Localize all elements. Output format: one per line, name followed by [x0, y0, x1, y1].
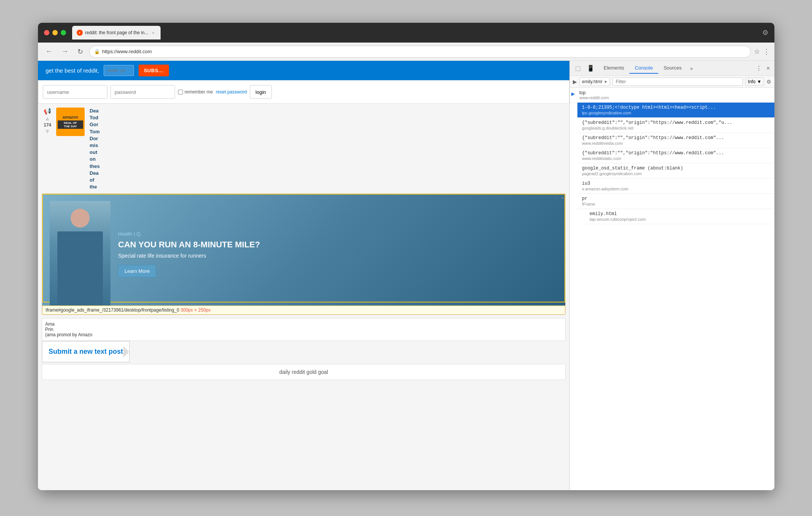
reset-password-link[interactable]: reset password	[216, 89, 247, 95]
reddit-header: get the best of reddit, SUBSCRIB...	[38, 61, 569, 80]
filter-input[interactable]	[612, 78, 743, 86]
redditmedia-origin: www.redditmedia.com	[582, 141, 770, 146]
post-title[interactable]: DeaTodGorTomDormisoutonthesDeaofthe	[90, 108, 566, 190]
ad-person-image	[50, 201, 110, 307]
devtools-icon[interactable]: ⚙	[762, 28, 768, 37]
devtools-menu-button[interactable]: ⋮	[754, 63, 763, 73]
google-osd-text: google_osd_static_frame (about:blank)	[582, 166, 770, 171]
login-button[interactable]: login	[250, 85, 271, 99]
address-bar[interactable]: 🔒 https://www.reddit.com	[89, 46, 751, 58]
ad-content: Health I.Q. CAN YOU RUN AN 8-MINUTE MILE…	[42, 194, 565, 315]
tab-close-button[interactable]: ×	[151, 30, 156, 35]
console-item-si[interactable]: {"subreddit":"","origin":"https://www.re…	[577, 118, 774, 133]
top-expand-arrow[interactable]: ▶	[571, 91, 575, 97]
vote-count: 174	[44, 122, 51, 128]
close-button[interactable]	[44, 30, 49, 35]
iframe-tooltip-text: iframe#google_ads_iframe_/32173961/deskt…	[46, 307, 179, 313]
ad-brand: Health I.Q.	[118, 231, 550, 237]
amazon-deal-thumbnail: amazon DEAL OFTHE DAY	[56, 108, 85, 136]
console-toolbar: ▶ emily.html ▼ Info ▼ ⚙	[570, 76, 774, 88]
devtools-tab-console[interactable]: Console	[629, 63, 658, 74]
bookmark-icon[interactable]: ☆	[754, 47, 760, 56]
console-content: ▶ top www.reddit.com 1-0-8;21395;<!docty…	[570, 88, 774, 490]
toolbar-icons: ⚙	[762, 28, 768, 37]
username-input[interactable]	[43, 85, 107, 99]
devtools-tab-sources[interactable]: Sources	[658, 63, 687, 74]
downvote-button[interactable]: ▼	[44, 128, 50, 135]
devtools-close-button[interactable]: ×	[765, 63, 771, 73]
devtools-actions: ⋮ ×	[754, 63, 771, 73]
amazon-promo-meta: (ama promot by Amazo	[45, 332, 562, 337]
menu-icon[interactable]: ⋮	[763, 47, 770, 56]
info-label: Info	[748, 79, 755, 84]
console-item-google-osd[interactable]: google_osd_static_frame (about:blank) pa…	[577, 163, 774, 179]
context-select[interactable]: emily.html ▼	[579, 78, 610, 86]
remember-me-checkbox[interactable]	[178, 90, 183, 95]
maximize-button[interactable]	[61, 30, 66, 35]
devtools-inspect-button[interactable]: ⬚	[573, 63, 583, 73]
google-osd-origin: pagead2.googlesyndication.com	[582, 171, 770, 176]
emily-text: emily.html	[590, 211, 770, 217]
devtools-device-button[interactable]: 📱	[585, 63, 597, 73]
vote-column: 📢 ▲ 174 ▼	[42, 108, 53, 190]
traffic-lights	[44, 30, 66, 35]
ad-badge: i	[556, 195, 557, 199]
devtools-panel: ⬚ 📱 Elements Console Sources » ⋮ × ▶ emi…	[569, 61, 774, 490]
title-bar: r reddit: the front page of the in... × …	[38, 23, 774, 43]
minimize-button[interactable]	[52, 30, 58, 35]
devtools-tab-elements[interactable]: Elements	[598, 63, 629, 74]
bottom-actions: Submit a new text post daily reddit gold…	[42, 341, 566, 380]
ad-cta-button[interactable]: Learn More	[118, 265, 156, 277]
info-chevron-icon: ▼	[757, 79, 762, 84]
lock-icon: 🔒	[94, 49, 100, 54]
tab-bar: r reddit: the front page of the in... ×	[72, 26, 759, 40]
settings-button[interactable]: ⚙	[766, 79, 771, 85]
devtools-more-tabs[interactable]: »	[687, 64, 696, 73]
iframe-tooltip: iframe#google_ads_iframe_/32173961/deskt…	[42, 305, 565, 315]
console-item-emily[interactable]: emily.html tap-secure.rubiconproject.com	[585, 209, 774, 224]
console-play-button[interactable]: ▶	[573, 79, 577, 85]
reddit-body: 📢 ▲ 174 ▼ amazon DEAL OFTHE DAY	[38, 104, 569, 490]
url-text: https://www.reddit.com	[102, 49, 152, 54]
amazon-logo: amazon	[63, 115, 78, 119]
deal-of-day-text: DEAL OFTHE DAY	[58, 120, 83, 129]
remember-me-label: remember me	[178, 89, 213, 95]
megaphone-icon: 📢	[44, 108, 51, 115]
ad-close-button[interactable]: ×	[561, 195, 564, 201]
console-item-doctype[interactable]: 1-0-8;21395;<!doctype html><html><head><…	[577, 103, 774, 118]
tab-title: reddit: the front page of the in...	[85, 30, 148, 35]
email-input[interactable]	[104, 65, 134, 76]
thumbnail-area: amazon DEAL OFTHE DAY	[56, 108, 87, 190]
doctype-text: 1-0-8;21395;<!doctype html><html><head><…	[582, 105, 770, 110]
reload-button[interactable]: ↻	[74, 46, 86, 57]
console-item-redditmedia[interactable]: {"subreddit":"","origin":"https://www.re…	[577, 133, 774, 148]
iu3-text: iu3	[582, 181, 770, 186]
pr-text: pr	[582, 196, 770, 201]
password-input[interactable]	[110, 85, 175, 99]
nav-actions: ☆ ⋮	[754, 47, 770, 56]
upvote-button[interactable]: ▲	[44, 116, 50, 122]
console-item-iu3[interactable]: iu3 s.amazon-adsystem.com	[577, 179, 774, 194]
si-text: {"subreddit":"","origin":"https://www.re…	[582, 120, 770, 125]
si-origin: googleads.g.doubleclick.net	[582, 126, 770, 130]
console-item-pr[interactable]: pr IFrame	[577, 194, 774, 209]
console-item-redditstatic[interactable]: {"subreddit":"","origin":"https://www.re…	[577, 148, 774, 163]
ad-headline: CAN YOU RUN AN 8-MINUTE MILE?	[118, 240, 550, 250]
subscribe-button[interactable]: SUBSCRIB...	[139, 65, 169, 76]
info-select[interactable]: Info ▼	[745, 78, 764, 86]
submit-post-button[interactable]: Submit a new text post	[42, 341, 130, 362]
forward-button[interactable]: →	[58, 46, 71, 57]
top-origin: www.reddit.com	[579, 95, 771, 100]
content-area: get the best of reddit, SUBSCRIB... reme…	[38, 61, 774, 490]
reddit-favicon: r	[77, 30, 83, 36]
pr-origin: IFrame	[582, 202, 770, 206]
header-text: get the best of reddit,	[46, 67, 99, 74]
amazon-promo-line2: Prin	[45, 327, 562, 332]
active-tab[interactable]: r reddit: the front page of the in... ×	[72, 26, 161, 40]
nav-bar: ← → ↻ 🔒 https://www.reddit.com ☆ ⋮	[38, 43, 774, 61]
emily-origin: tap-secure.rubiconproject.com	[590, 217, 770, 222]
doctype-origin: tpc.googlesyndication.com	[582, 111, 770, 115]
post-content: DeaTodGorTomDormisoutonthesDeaofthe	[90, 108, 566, 190]
amazon-promo-line1: Ama	[45, 321, 562, 327]
back-button[interactable]: ←	[43, 46, 55, 57]
